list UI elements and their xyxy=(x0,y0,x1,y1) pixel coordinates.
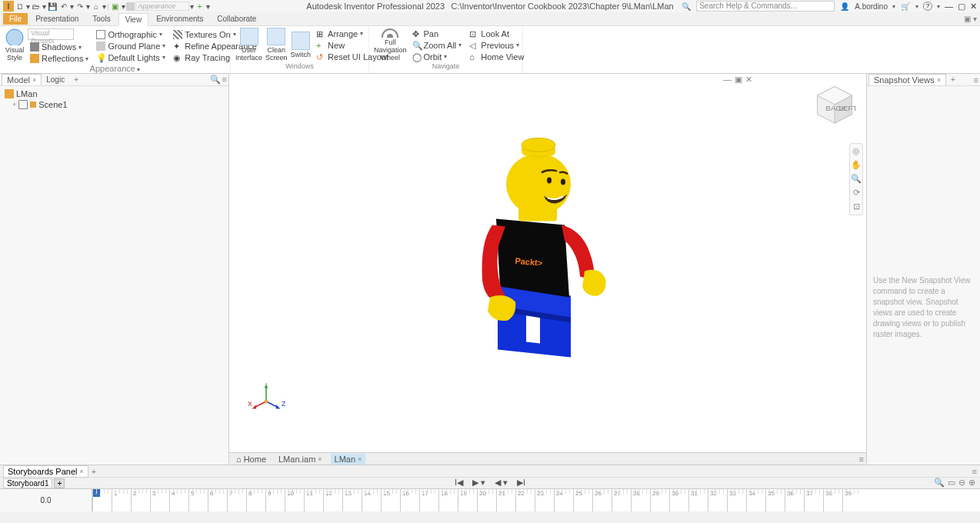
current-time: 0.0 xyxy=(0,489,92,511)
material-icon[interactable]: ▣ xyxy=(110,1,121,12)
plus-icon-qat[interactable]: + xyxy=(195,1,205,12)
zoom-out-button[interactable]: 🔍 xyxy=(934,478,945,488)
pan-icon[interactable]: ✋ xyxy=(851,160,862,171)
tab-snapshot-views[interactable]: Snapshot Views× xyxy=(868,74,946,85)
user-name[interactable]: A.bordino xyxy=(855,2,888,11)
fit-button[interactable]: ▭ xyxy=(948,478,955,488)
save-icon[interactable]: 💾 xyxy=(47,1,58,12)
add-tab-button[interactable]: + xyxy=(69,75,83,85)
orbit-button[interactable]: ◯Orbit▾ xyxy=(410,52,465,62)
tab-logic[interactable]: Logic xyxy=(42,75,69,85)
maximize-button[interactable]: ▢ xyxy=(958,2,965,12)
tab-lman-doc[interactable]: LMan× xyxy=(331,454,366,465)
close-icon[interactable]: × xyxy=(937,76,941,84)
tab-file[interactable]: File xyxy=(3,13,28,25)
doc-restore-button[interactable]: ▣ xyxy=(735,75,742,85)
tab-home-doc[interactable]: ⌂Home xyxy=(232,454,270,465)
expand-icon[interactable]: + xyxy=(12,101,16,108)
search-input[interactable]: Search Help & Commands... xyxy=(696,1,835,12)
previous-button[interactable]: ◁Previous▾ xyxy=(467,40,526,51)
panel-menu-icon[interactable]: ≡ xyxy=(972,467,977,476)
user-icon[interactable]: 👤 xyxy=(839,1,850,12)
close-button[interactable]: ✕ xyxy=(970,2,977,12)
close-icon[interactable]: × xyxy=(358,455,362,463)
home-icon[interactable]: ⌂ xyxy=(91,1,102,12)
search-tree-icon[interactable]: 🔍 xyxy=(210,75,221,85)
model-tree: LMan +Scene1 xyxy=(0,86,228,112)
home-view-button[interactable]: ⌂Home View xyxy=(467,52,526,62)
cart-icon[interactable]: 🛒 xyxy=(900,1,911,12)
appearance-label[interactable]: Appearance xyxy=(135,2,189,11)
menu-icon[interactable]: ≡ xyxy=(974,75,978,85)
zoom-in-plus-button[interactable]: ⊕ xyxy=(968,478,975,488)
svg-text:X: X xyxy=(248,400,252,408)
pan-icon: ✥ xyxy=(412,29,422,38)
search-icon[interactable]: 🔍 xyxy=(681,1,692,12)
ribbon-tabs: File Presentation Tools View Environment… xyxy=(0,12,980,26)
doc-minimize-button[interactable]: — xyxy=(723,75,732,85)
title-bar: I 🗋▾ 🗁▾ 💾 ↶▾ ↷▾ ⌂▾ | ▣▾ Appearance▾ + ▾ … xyxy=(0,0,980,12)
zoom-all-button[interactable]: 🔍Zoom All▾ xyxy=(410,40,465,51)
home-view-icon: ⌂ xyxy=(469,52,478,62)
look-at-icon[interactable]: ⊡ xyxy=(851,202,862,212)
close-icon[interactable]: × xyxy=(318,455,322,463)
undo-icon[interactable]: ↶ xyxy=(58,1,69,12)
pan-button[interactable]: ✥Pan xyxy=(410,28,465,39)
tree-root[interactable]: LMan xyxy=(5,88,224,99)
doc-menu-icon[interactable]: ≡ xyxy=(859,455,864,464)
app-icon[interactable]: I xyxy=(3,1,14,12)
nav-wheel-icon[interactable]: ◎ xyxy=(851,146,862,157)
close-icon[interactable]: × xyxy=(80,468,84,475)
fast-forward-button[interactable]: ▶I xyxy=(517,478,525,488)
view-cube[interactable]: BACK LEFT xyxy=(814,83,855,125)
ground-plane-button[interactable]: Ground Plane▾ xyxy=(94,41,168,52)
play-button[interactable]: ▶ ▾ xyxy=(472,478,485,488)
help-icon[interactable]: ? xyxy=(923,2,932,11)
tab-presentation[interactable]: Presentation xyxy=(29,13,85,25)
visual-presets-combo[interactable]: Visual Presets xyxy=(28,28,74,40)
storyboard-tab[interactable]: Storyboard1 xyxy=(3,478,52,488)
rewind-button[interactable]: I◀ xyxy=(455,478,463,488)
tab-tools[interactable]: Tools xyxy=(86,13,116,25)
user-interface-button[interactable]: User Interface xyxy=(235,28,262,62)
visual-style-button[interactable]: Visual Style xyxy=(5,28,25,62)
tab-environments[interactable]: Environments xyxy=(150,13,209,25)
add-snapshot-tab[interactable]: + xyxy=(946,75,960,85)
tab-model[interactable]: Model× xyxy=(2,74,42,85)
zoom-icon[interactable]: 🔍 xyxy=(851,174,862,185)
group-label-appearance: Appearance ▾ xyxy=(5,64,225,73)
timeline-ruler[interactable]: 0.0 012345678910111213141516171819202122… xyxy=(0,488,980,511)
redo-icon[interactable]: ↷ xyxy=(75,1,85,12)
switch-button[interactable]: Switch xyxy=(291,28,312,62)
tree-scene[interactable]: +Scene1 xyxy=(12,99,224,110)
reverse-play-button[interactable]: ◀ ▾ xyxy=(495,478,508,488)
timeline-zoom-controls: 🔍 ▭ ⊖ ⊕ xyxy=(934,478,975,488)
add-storyboard-button[interactable]: + xyxy=(54,478,65,488)
minimize-button[interactable]: — xyxy=(945,2,953,12)
reflections-button[interactable]: Reflections▾ xyxy=(28,53,91,64)
tab-storyboards-panel[interactable]: Storyboards Panel× xyxy=(3,465,88,478)
axis-triad: Y X Z xyxy=(246,383,292,414)
viewport[interactable]: Packt> xyxy=(229,74,866,465)
full-navigation-wheel-button[interactable]: Full Navigation Wheel xyxy=(374,28,407,62)
orbit-icon[interactable]: ⟳ xyxy=(851,188,862,198)
ribbon-collapse-icon[interactable]: ▣ ▾ xyxy=(964,15,977,23)
tab-view[interactable]: View xyxy=(118,13,149,26)
new-icon[interactable]: 🗋 xyxy=(15,1,25,12)
shadows-button[interactable]: Shadows▾ xyxy=(28,42,91,52)
appearance-swatch-icon[interactable] xyxy=(126,2,135,11)
menu-icon[interactable]: ≡ xyxy=(222,75,227,85)
orthographic-button[interactable]: Orthographic▾ xyxy=(94,29,168,40)
clean-screen-button[interactable]: Clean Screen xyxy=(265,28,288,62)
doc-close-button[interactable]: ✕ xyxy=(745,75,752,85)
close-icon[interactable]: × xyxy=(32,76,36,84)
tab-iam-doc[interactable]: LMan.iam× xyxy=(275,454,326,465)
storyboards-panel: Storyboards Panel× + ≡ Storyboard1 + I◀ … xyxy=(0,465,980,523)
tab-collaborate[interactable]: Collaborate xyxy=(211,13,262,25)
look-at-button[interactable]: ⊡Look At xyxy=(467,28,526,39)
add-storyboard-tab[interactable]: + xyxy=(88,467,99,476)
default-lights-button[interactable]: 💡Default Lights▾ xyxy=(94,52,168,63)
svg-point-23 xyxy=(265,400,268,404)
zoom-out-minus-button[interactable]: ⊖ xyxy=(958,478,965,488)
open-icon[interactable]: 🗁 xyxy=(31,1,42,12)
